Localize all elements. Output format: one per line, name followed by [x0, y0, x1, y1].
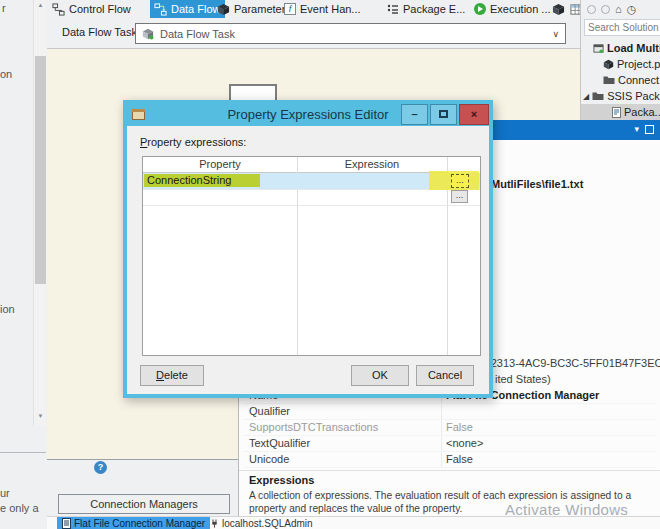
- package-icon: [217, 3, 230, 16]
- control-flow-icon: [52, 3, 65, 16]
- connection-manager-label: localhost.SQLAdmin: [222, 518, 313, 529]
- task-selector-label: Data Flow Task:: [62, 26, 140, 38]
- project-params-icon: [603, 59, 614, 70]
- close-button[interactable]: ×: [459, 104, 489, 125]
- tree-item-project[interactable]: Project.p...: [581, 56, 660, 72]
- tree-item-connections-folder[interactable]: Connect...: [581, 72, 660, 88]
- solution-explorer-toolbar: ⌂ ◷: [581, 1, 660, 17]
- window-menu-chevron-icon[interactable]: [634, 124, 639, 134]
- property-name: SupportsDTCTransactions: [249, 421, 378, 433]
- scroll-up-icon[interactable]: [34, 2, 47, 8]
- column-header-property[interactable]: Property: [143, 157, 297, 173]
- chevron-down-icon[interactable]: [552, 29, 559, 39]
- tree-item-solution[interactable]: Load Multip...: [581, 40, 660, 56]
- tab-package-explorer[interactable]: Package E...: [383, 0, 469, 18]
- scroll-down-icon[interactable]: [34, 413, 47, 419]
- data-flow-icon: [154, 3, 167, 16]
- property-row-textqualifier[interactable]: TextQualifier <none>: [243, 436, 657, 452]
- label-text: roperty expressions:: [147, 136, 246, 148]
- locale-value-fragment: ited States): [495, 373, 551, 385]
- toolbox-scrollbar[interactable]: [33, 0, 46, 426]
- dialog-titlebar[interactable]: Property Expressions Editor – ×: [127, 104, 489, 126]
- solution-search-input[interactable]: Search Solution E: [584, 19, 660, 36]
- forward-icon[interactable]: [601, 5, 610, 14]
- data-flow-task-icon: [142, 28, 154, 40]
- tree-item-label: Packa...: [624, 106, 660, 118]
- ssis-designer-screen: r on ion ur e only a ? Control Flow Data…: [0, 0, 660, 529]
- tree-item-label: Project.p...: [617, 58, 660, 70]
- plug-icon: [210, 518, 219, 529]
- property-name: Qualifier: [249, 405, 290, 417]
- toolbox-description-pane: ur e only a: [0, 452, 46, 529]
- button-accelerator: D: [156, 369, 164, 381]
- activate-windows-watermark: Activate Windows: [505, 501, 628, 518]
- tab-label: Package E...: [403, 3, 465, 15]
- list-icon: [387, 3, 399, 15]
- toolbox-text-fragment: ur: [0, 487, 10, 499]
- minimize-button[interactable]: –: [401, 104, 428, 125]
- solution-icon: [593, 43, 604, 54]
- cancel-button[interactable]: Cancel: [416, 365, 474, 386]
- home-icon[interactable]: ⌂: [615, 4, 622, 15]
- ok-button[interactable]: OK: [351, 365, 409, 386]
- property-cell[interactable]: ConnectionString: [147, 174, 231, 186]
- back-icon[interactable]: [587, 5, 596, 14]
- connection-managers-tab[interactable]: Connection Managers: [58, 494, 230, 514]
- property-expressions-editor-dialog: Property Expressions Editor – × Property…: [123, 100, 493, 398]
- tree-item-package[interactable]: Packa...: [581, 104, 660, 120]
- tree-item-label: Load Multip...: [607, 42, 660, 54]
- play-icon: [474, 3, 486, 15]
- expand-arrow-icon[interactable]: [583, 92, 589, 101]
- folder-icon: [592, 91, 604, 101]
- tree-item-label: SSIS Pack...: [607, 90, 660, 102]
- task-selector-combobox[interactable]: Data Flow Task: [135, 23, 566, 44]
- event-handler-icon: f: [284, 3, 296, 15]
- maximize-button[interactable]: [430, 104, 457, 125]
- property-value: False: [446, 421, 473, 433]
- toolbox-text-fragment: ion: [0, 303, 15, 315]
- delete-button[interactable]: Delete: [140, 365, 204, 386]
- tab-label: Execution ...: [490, 3, 551, 15]
- expression-ellipsis-button-row2[interactable]: ...: [451, 190, 468, 203]
- package-icon: [552, 3, 565, 16]
- tab-execution-results[interactable]: Execution ...: [470, 0, 555, 18]
- property-row-unicode[interactable]: Unicode False: [243, 452, 657, 468]
- pending-changes-icon[interactable]: ◷: [627, 4, 637, 15]
- grid-row-divider: [143, 205, 480, 206]
- toolbox-text-fragment: on: [0, 68, 12, 80]
- property-row-qualifier[interactable]: Qualifier: [243, 404, 657, 420]
- connection-manager-item-server[interactable]: localhost.SQLAdmin: [210, 517, 313, 529]
- property-row-supportsdtc[interactable]: SupportsDTCTransactions False: [243, 420, 657, 436]
- connection-manager-item-flat-file[interactable]: Flat File Connection Manager: [57, 517, 210, 529]
- property-value: False: [446, 453, 473, 465]
- property-value: <none>: [446, 437, 483, 449]
- tab-label: Control Flow: [69, 3, 131, 15]
- expression-ellipsis-button[interactable]: ...: [451, 174, 469, 188]
- connection-manager-label: Flat File Connection Manager: [74, 518, 205, 529]
- window-pin-icon[interactable]: [645, 125, 654, 134]
- property-expressions-label: Property expressions:: [140, 136, 246, 148]
- folder-icon: [603, 75, 615, 85]
- button-text: elete: [164, 369, 188, 381]
- toolbox-pane-cutoff: r on ion ur e only a: [0, 0, 46, 529]
- guid-value-fragment: -2313-4AC9-BC3C-5FF01B47F3EC): [487, 357, 660, 369]
- tab-event-handlers[interactable]: f Event Han...: [280, 0, 365, 18]
- toolbox-text-fragment: r: [2, 2, 6, 14]
- help-icon[interactable]: ?: [94, 461, 107, 474]
- properties-description-divider: [239, 470, 660, 471]
- property-name: TextQualifier: [249, 437, 310, 449]
- task-selector-value: Data Flow Task: [160, 28, 546, 40]
- tab-control-flow[interactable]: Control Flow: [48, 0, 135, 18]
- property-name: Unicode: [249, 453, 289, 465]
- maximize-icon: [439, 110, 448, 118]
- selected-property-title: Expressions: [249, 474, 314, 486]
- column-header-expression[interactable]: Expression: [297, 157, 447, 173]
- property-expressions-grid: Property Expression ConnectionString ...…: [142, 156, 481, 356]
- connection-string-value: MutliFiles\file1.txt: [491, 178, 583, 190]
- package-file-icon: [612, 107, 621, 118]
- tree-item-label: Connect...: [618, 74, 660, 86]
- scrollbar-thumb[interactable]: [35, 56, 46, 284]
- tree-item-ssis-packages-folder[interactable]: SSIS Pack...: [581, 88, 660, 104]
- tab-label: Event Han...: [300, 3, 361, 15]
- toolbox-text-fragment: e only a: [0, 502, 39, 514]
